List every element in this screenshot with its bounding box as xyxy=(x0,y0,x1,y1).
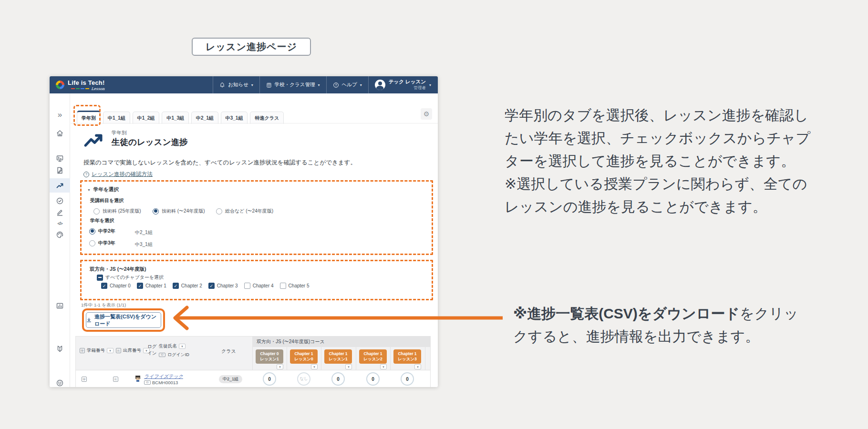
tab-class-2-1[interactable]: 中2_1組 xyxy=(191,112,218,124)
nav-notice[interactable]: お知らせ ▾ xyxy=(213,76,259,93)
gear-icon[interactable] xyxy=(421,108,432,120)
col-login-id: ログインID xyxy=(167,352,189,358)
progress-value: 0 xyxy=(366,372,380,386)
grade-filter-toggle[interactable]: ▼ 学年を選択 xyxy=(87,186,119,193)
radio-selected-icon xyxy=(153,208,159,214)
student-name-link[interactable]: ライフイズテック xyxy=(144,373,183,380)
question-icon: ? xyxy=(83,172,89,177)
chapter-column-badge: Chapter 0レッスン1 xyxy=(256,349,283,364)
checkbox-checked-icon xyxy=(173,283,179,289)
tab-grade-level[interactable]: 学年別 xyxy=(77,111,101,124)
sidebar-item-progress-active[interactable] xyxy=(50,178,70,193)
progress-value: 0 xyxy=(331,372,345,386)
col-class: クラス xyxy=(221,348,236,355)
nav-user-menu[interactable]: テック レッスン 管理者 ▾ xyxy=(368,76,438,93)
radio-grade-2[interactable]: 中学2年 xyxy=(89,228,115,235)
col-attendance-no: 出席番号 xyxy=(123,347,141,354)
app-window: Life is Tech! Lesson お知らせ ▾ 学校・クラス管理 ▾ xyxy=(50,76,438,387)
checkbox-chapter-1[interactable]: Chapter 1 xyxy=(137,283,166,289)
progress-value: なし xyxy=(297,372,310,386)
subject-select-label: 受講科目を選択 xyxy=(90,197,124,204)
checkbox-checked-icon xyxy=(137,283,143,289)
page-heading: 生徒のレッスン進捗 xyxy=(112,136,188,148)
filter-caret-icon[interactable] xyxy=(179,344,186,349)
help-link[interactable]: ? レッスン進捗の確認方法 xyxy=(83,171,153,178)
triangle-down-icon: ▼ xyxy=(87,188,91,192)
checkbox-checked-icon xyxy=(101,283,107,289)
login-id-icon: ID xyxy=(144,380,151,385)
attendance-no-icon: 出 xyxy=(113,377,118,382)
checkbox-icon xyxy=(280,283,286,289)
heading-category: 学年別 xyxy=(112,130,127,136)
app-logo[interactable]: Life is Tech! Lesson xyxy=(50,79,104,91)
checkbox-icon xyxy=(244,283,250,289)
download-csv-button[interactable]: 進捗一覧表(CSV)をダウンロード xyxy=(86,312,161,328)
palette-icon[interactable] xyxy=(50,229,70,240)
page-title-text: レッスン進捗ページ xyxy=(206,41,297,53)
sidebar-expand-icon[interactable]: » xyxy=(50,109,70,121)
home-icon[interactable] xyxy=(50,127,70,139)
sidebar: » </> xyxy=(50,93,70,387)
tab-class-3-1[interactable]: 中3_1組 xyxy=(221,112,248,124)
filter-caret-icon[interactable] xyxy=(277,364,283,369)
logo-subtitle: Lesson xyxy=(91,87,104,91)
filter-caret-icon[interactable] xyxy=(345,364,352,369)
class-badge: 中2_1組 xyxy=(219,375,242,383)
school-icon xyxy=(266,82,272,88)
checkbox-chapter-5[interactable]: Chapter 5 xyxy=(280,283,310,289)
chapter-column-badge: Chapter 1レッスン3 xyxy=(393,349,421,364)
radio-subject-general-24[interactable]: 総合など (〜24年度版) xyxy=(216,208,273,214)
result-count: 1件中 1-1 を表示 (1/1) xyxy=(81,302,126,308)
checkbox-chapter-4[interactable]: Chapter 4 xyxy=(244,283,274,289)
radio-subject-tech-25[interactable]: 技術科 (25年度版) xyxy=(93,208,141,214)
trend-icon xyxy=(50,180,70,191)
logo-title: Life is Tech! xyxy=(68,79,104,86)
progress-trend-icon xyxy=(84,132,103,151)
chevron-down-icon: ▾ xyxy=(318,83,320,87)
beginner-mark-icon[interactable] xyxy=(50,343,70,354)
check-circle-icon[interactable] xyxy=(50,195,70,206)
student-no-icon: 学 xyxy=(82,377,87,382)
smiley-icon[interactable] xyxy=(50,377,70,387)
filter-caret-icon[interactable] xyxy=(311,364,318,369)
app-navbar: Life is Tech! Lesson お知らせ ▾ 学校・クラス管理 ▾ xyxy=(50,76,438,93)
checkbox-chapter-0[interactable]: Chapter 0 xyxy=(101,283,131,289)
chevron-down-icon: ▾ xyxy=(429,83,431,87)
student-avatar xyxy=(134,375,142,382)
pencil-icon[interactable] xyxy=(50,206,70,218)
filter-caret-icon[interactable] xyxy=(107,348,114,353)
chapter-column-badge: Chapter 1レッスン0 xyxy=(290,349,318,364)
help-icon xyxy=(333,82,339,88)
radio-icon xyxy=(93,208,100,214)
tab-class-1-1[interactable]: 中1_1組 xyxy=(103,112,130,124)
progress-value: 0 xyxy=(401,372,414,386)
tab-class-1-3[interactable]: 中1_3組 xyxy=(162,112,189,124)
filter-caret-icon[interactable] xyxy=(414,364,421,369)
radio-grade-3[interactable]: 中学3年 xyxy=(89,240,115,246)
progress-value: 0 xyxy=(263,372,276,386)
code-icon[interactable]: </> xyxy=(50,218,70,229)
tab-class-1-2[interactable]: 中1_2組 xyxy=(133,112,160,124)
filter-caret-icon[interactable] xyxy=(380,364,387,369)
checkbox-chapter-3[interactable]: Chapter 3 xyxy=(208,283,238,289)
nav-school-management[interactable]: 学校・クラス管理 ▾ xyxy=(259,76,326,93)
tabbar-divider xyxy=(71,123,438,123)
radio-subject-tech-24[interactable]: 技術科 (〜24年度版) xyxy=(153,208,205,214)
tab-special-class[interactable]: 特進クラス xyxy=(250,112,284,124)
screen-lesson-icon[interactable] xyxy=(50,153,70,164)
nav-help-label: ヘルプ xyxy=(342,82,357,88)
student-no-icon: 学 xyxy=(80,348,85,353)
bar-chart-icon[interactable] xyxy=(50,300,70,311)
chevron-down-icon: ▾ xyxy=(251,83,253,87)
logo-icon xyxy=(56,81,64,89)
annotation-grade-filter-highlight: ▼ 学年を選択 受講科目を選択 技術科 (25年度版) 技術科 (〜24年度版)… xyxy=(80,180,433,255)
annotation-text-2: ※進捗一覧表(CSV)をダウンロードをクリッ クすると、進捗情報を出力できます。 xyxy=(513,302,798,348)
nav-help[interactable]: ヘルプ ▾ xyxy=(326,76,368,93)
col-student-no: 学籍番号 xyxy=(87,347,105,354)
checkbox-chapter-2[interactable]: Chapter 2 xyxy=(173,283,202,289)
checkbox-checked-icon xyxy=(208,283,215,289)
checkbox-select-all-chapters[interactable]: すべてのチャプターを選択 xyxy=(97,274,164,281)
table-row: 学 出 ライフイズテック ID BCMH00013 中2_1組 0 なし 0 0… xyxy=(76,370,430,387)
assignment-icon[interactable] xyxy=(50,164,70,176)
chapter-column-badge: Chapter 1レッスン2 xyxy=(359,349,387,364)
